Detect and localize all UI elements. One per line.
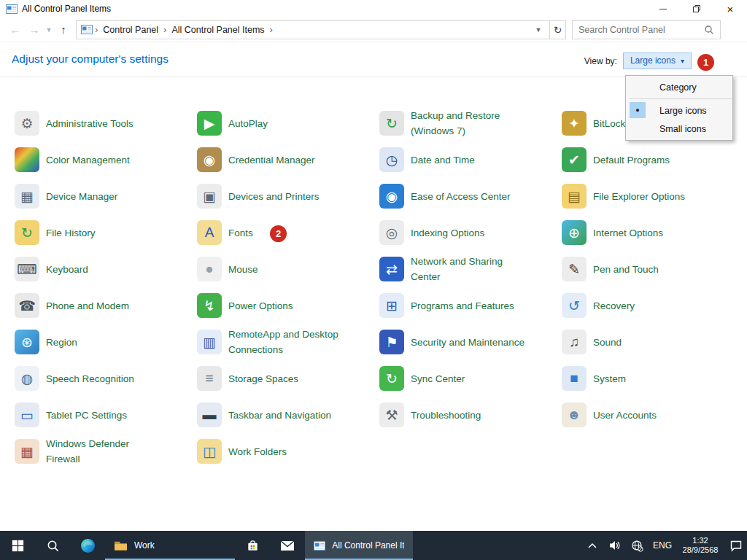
address-bar[interactable]: › Control Panel › All Control Panel Item… [76,20,550,39]
control-panel-item[interactable]: ✎Pen and Touch [562,251,744,287]
taskbar-control-panel-label: All Control Panel It... [332,540,404,551]
control-panel-item[interactable]: ♫Sound [562,324,744,360]
taskbar-explorer-button[interactable]: Work [105,531,235,560]
control-panel-item[interactable]: ⚒Troubleshooting [379,397,562,433]
item-label: Recovery [593,298,635,314]
view-menu-item-small-icons[interactable]: Small icons [626,120,732,138]
defender-firewall-icon: ▦ [15,439,39,464]
administrative-tools-icon: ⚙ [15,111,39,136]
sync-center-icon: ↻ [379,366,404,391]
control-panel-item[interactable]: ⊞Programs and Features [379,287,562,324]
action-center-button[interactable] [724,531,747,560]
control-panel-item[interactable]: ⚑Security and Maintenance [379,324,562,360]
item-label: Region [46,335,77,350]
menu-item-label: Small icons [659,124,706,134]
control-panel-item[interactable]: ☻User Accounts [562,397,744,433]
file-history-icon: ↻ [15,220,39,245]
item-label: Credential Manager [228,152,315,168]
item-label: Programs and Features [411,298,514,314]
control-panel-item[interactable]: ◷Date and Time [379,141,562,178]
back-button[interactable]: ← [6,20,25,39]
control-panel-item[interactable]: Color Management [15,141,197,178]
item-label: Devices and Printers [228,189,320,204]
fonts-icon: A [197,220,222,245]
control-panel-item[interactable]: ↻File History [15,214,197,251]
taskbar-control-panel-button[interactable]: All Control Panel It... [305,531,413,560]
control-panel-item[interactable]: ⇄Network and Sharing Center [379,251,562,287]
control-panel-item[interactable]: ▬Taskbar and Navigation [197,397,379,433]
control-panel-item[interactable]: ◉Credential Manager [197,141,379,178]
control-panel-item[interactable]: ▣Devices and Printers [197,178,379,214]
control-panel-address-icon [81,25,93,34]
control-panel-item[interactable]: ✔Default Programs [562,141,744,178]
control-panel-item[interactable]: ▶AutoPlay [197,105,379,141]
control-panel-item[interactable]: ⌨Keyboard [15,251,197,287]
breadcrumb-all-items[interactable]: All Control Panel Items [171,25,264,35]
control-panel-item[interactable]: AFonts [197,214,379,251]
control-panel-item[interactable]: ▤File Explorer Options [562,178,744,214]
control-panel-item[interactable]: ■System [562,360,744,397]
power-options-icon: ↯ [197,293,222,318]
control-panel-item[interactable]: ●Mouse [197,251,379,287]
minimize-button[interactable] [646,0,680,18]
item-label: Keyboard [46,262,88,277]
control-panel-item[interactable]: ↻Sync Center [379,360,562,397]
menu-separator [629,98,732,99]
mouse-icon: ● [197,257,222,281]
control-panel-item[interactable]: ◫Work Folders [197,433,379,470]
taskbar-search-button[interactable] [35,531,70,560]
ease-of-access-icon: ◉ [379,184,404,209]
item-label: Phone and Modem [46,298,129,314]
tray-network-button[interactable] [626,531,649,560]
breadcrumb-control-panel[interactable]: Control Panel [103,25,158,35]
control-panel-item[interactable]: ⊕Internet Options [562,214,744,251]
item-label: RemoteApp and Desktop Connections [228,327,338,357]
user-accounts-icon: ☻ [562,402,587,427]
taskbar-store-button[interactable] [235,531,270,560]
indexing-options-icon: ◎ [379,220,404,245]
view-by-value: Large icons [630,55,676,66]
view-by-dropdown-button[interactable]: Large icons [623,52,692,69]
tray-overflow-button[interactable] [581,531,603,560]
control-panel-item[interactable]: ↺Recovery [562,287,744,324]
forward-button[interactable]: → [25,20,44,39]
breadcrumb-separator-icon: › [95,24,98,35]
work-folders-icon: ◫ [197,439,222,464]
folder-icon [114,540,128,551]
item-label: Network and Sharing Center [411,254,503,284]
region-icon: ⊛ [15,330,39,354]
taskbar-edge-button[interactable] [70,531,105,560]
control-panel-item[interactable]: ⊛Region [15,324,197,360]
close-button[interactable]: × [713,0,747,18]
refresh-button[interactable]: ↻ [550,20,566,39]
search-box[interactable]: Search Control Panel [572,20,721,39]
start-button[interactable] [0,531,35,560]
control-panel-item[interactable]: ◍Speech Recognition [15,360,197,397]
view-menu-item-large-icons[interactable]: ●Large icons [626,101,732,120]
control-panel-item[interactable]: ▥RemoteApp and Desktop Connections [197,324,379,360]
item-label: File History [46,225,96,241]
control-panel-item[interactable]: ↻Backup and Restore (Windows 7) [379,105,562,141]
address-dropdown-button[interactable]: ▼ [532,26,545,34]
control-panel-item[interactable]: ◉Ease of Access Center [379,178,562,214]
pen-touch-icon: ✎ [562,257,587,281]
control-panel-item[interactable]: ▦Windows Defender Firewall [15,433,197,470]
control-panel-item[interactable]: ▦Device Manager [15,178,197,214]
up-button[interactable]: ↑ [54,20,73,39]
control-panel-item[interactable]: ⚙Administrative Tools [15,105,197,141]
control-panel-item[interactable]: ☎Phone and Modem [15,287,197,324]
taskbar-mail-button[interactable] [270,531,305,560]
restore-button[interactable] [680,0,713,18]
sound-icon: ♫ [562,330,587,354]
tray-volume-button[interactable] [603,531,626,560]
control-panel-item[interactable]: ≡Storage Spaces [197,360,379,397]
tray-clock[interactable]: 1:32 28/9/2568 [676,536,724,555]
control-panel-item[interactable]: ▭Tablet PC Settings [15,397,197,433]
control-panel-taskbar-icon [314,540,325,551]
view-menu-item-category[interactable]: Category [626,78,732,96]
tray-language-indicator[interactable]: ENG [649,531,676,560]
control-panel-item[interactable]: ↯Power Options [197,287,379,324]
recent-locations-button[interactable]: ▼ [44,26,54,34]
control-panel-item[interactable]: ◎Indexing Options [379,214,562,251]
microsoft-store-icon [246,539,260,553]
